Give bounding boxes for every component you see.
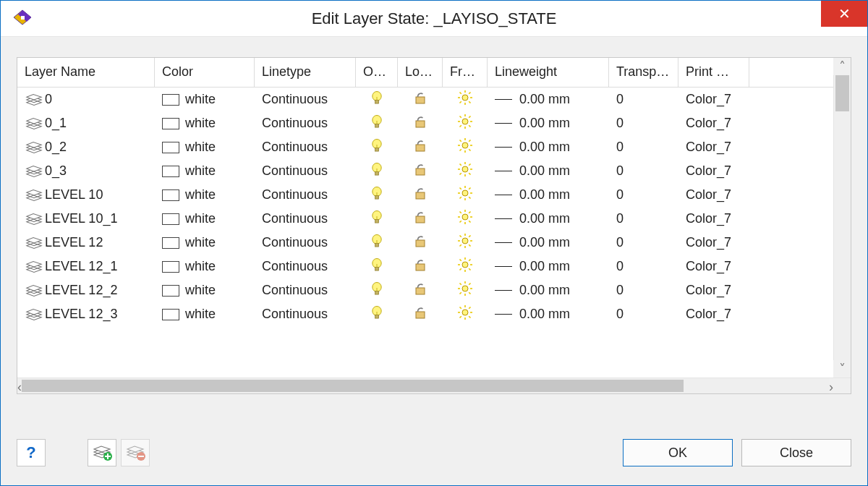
col-print[interactable]: Print … bbox=[678, 58, 749, 87]
table-row[interactable]: LEVEL 12whiteContinuous0.00 mm0Color_7 bbox=[17, 231, 833, 255]
bulb-icon[interactable] bbox=[369, 257, 385, 276]
table-row[interactable]: LEVEL 12_2whiteContinuous0.00 mm0Color_7 bbox=[17, 278, 833, 302]
lock-icon[interactable] bbox=[412, 281, 428, 300]
table-row[interactable]: 0_3whiteContinuous0.00 mm0Color_7 bbox=[17, 159, 833, 183]
color-value: white bbox=[185, 140, 216, 155]
sun-icon[interactable] bbox=[457, 257, 473, 276]
close-icon[interactable] bbox=[821, 1, 867, 27]
col-color[interactable]: Color bbox=[155, 58, 255, 87]
lock-icon[interactable] bbox=[412, 137, 428, 157]
lineweight-icon bbox=[495, 266, 512, 267]
bulb-icon[interactable] bbox=[369, 90, 385, 109]
print-value: Color_7 bbox=[678, 255, 749, 278]
add-layer-button[interactable] bbox=[88, 439, 116, 466]
help-button[interactable]: ? bbox=[17, 439, 46, 466]
bulb-icon[interactable] bbox=[369, 209, 385, 229]
sun-icon[interactable] bbox=[457, 281, 473, 300]
bulb-icon[interactable] bbox=[369, 185, 385, 205]
bulb-icon[interactable] bbox=[369, 233, 385, 252]
table-row[interactable]: LEVEL 10_1whiteContinuous0.00 mm0Color_7 bbox=[17, 207, 833, 231]
lineweight-value: 0.00 mm bbox=[519, 187, 570, 202]
color-swatch bbox=[162, 237, 179, 249]
col-layer-name[interactable]: Layer Name bbox=[17, 58, 155, 87]
print-value: Color_7 bbox=[678, 135, 749, 159]
print-value: Color_7 bbox=[678, 111, 749, 135]
sun-icon[interactable] bbox=[457, 114, 473, 133]
scroll-up-icon[interactable]: ˄ bbox=[833, 58, 851, 75]
ok-button[interactable]: OK bbox=[623, 439, 733, 466]
table-row[interactable]: 0_1whiteContinuous0.00 mm0Color_7 bbox=[17, 111, 833, 135]
table-row[interactable]: 0_2whiteContinuous0.00 mm0Color_7 bbox=[17, 135, 833, 159]
sun-icon[interactable] bbox=[457, 209, 473, 229]
lock-icon[interactable] bbox=[412, 114, 428, 133]
lock-icon[interactable] bbox=[412, 185, 428, 205]
table-row[interactable]: 0whiteContinuous0.00 mm0Color_7 bbox=[17, 88, 833, 111]
scroll-thumb-horizontal[interactable] bbox=[22, 380, 684, 392]
col-on[interactable]: O… bbox=[356, 58, 398, 87]
print-value: Color_7 bbox=[678, 159, 749, 183]
scroll-track-vertical[interactable] bbox=[833, 75, 851, 360]
bulb-icon[interactable] bbox=[369, 304, 385, 324]
table-row[interactable]: LEVEL 12_1whiteContinuous0.00 mm0Color_7 bbox=[17, 255, 833, 278]
lock-icon[interactable] bbox=[412, 304, 428, 324]
layer-icon bbox=[25, 93, 42, 107]
sun-icon[interactable] bbox=[457, 304, 473, 324]
table-row[interactable]: LEVEL 10whiteContinuous0.00 mm0Color_7 bbox=[17, 183, 833, 207]
sun-icon[interactable] bbox=[457, 233, 473, 252]
sun-icon[interactable] bbox=[457, 137, 473, 157]
col-lineweight[interactable]: Lineweight bbox=[488, 58, 609, 87]
lock-icon[interactable] bbox=[412, 233, 428, 252]
transparency-value: 0 bbox=[609, 135, 678, 159]
lock-icon[interactable] bbox=[412, 90, 428, 109]
bulb-icon[interactable] bbox=[369, 281, 385, 300]
horizontal-scrollbar[interactable]: ‹ › bbox=[17, 378, 851, 393]
dialog-body: Layer Name Color Linetype O… Lo… Fr… Lin… bbox=[1, 37, 867, 485]
scroll-thumb-vertical[interactable] bbox=[835, 75, 849, 111]
sun-icon[interactable] bbox=[457, 90, 473, 109]
lineweight-icon bbox=[495, 218, 512, 219]
transparency-value: 0 bbox=[609, 159, 678, 183]
col-freeze[interactable]: Fr… bbox=[443, 58, 488, 87]
col-transparency[interactable]: Transp… bbox=[609, 58, 678, 87]
bulb-icon[interactable] bbox=[369, 137, 385, 157]
layer-icon bbox=[25, 260, 42, 274]
scroll-track-horizontal[interactable] bbox=[22, 378, 829, 393]
lock-icon[interactable] bbox=[412, 257, 428, 276]
layer-name: LEVEL 12_3 bbox=[45, 307, 117, 322]
sun-icon[interactable] bbox=[457, 185, 473, 205]
lock-icon[interactable] bbox=[412, 209, 428, 229]
lock-icon[interactable] bbox=[412, 161, 428, 181]
lineweight-value: 0.00 mm bbox=[519, 307, 570, 322]
print-value: Color_7 bbox=[678, 88, 749, 111]
lineweight-icon bbox=[495, 242, 512, 243]
close-button[interactable]: Close bbox=[741, 439, 851, 466]
linetype-value: Continuous bbox=[255, 255, 356, 278]
col-lock[interactable]: Lo… bbox=[398, 58, 443, 87]
scroll-down-icon[interactable]: ˅ bbox=[833, 360, 851, 378]
col-linetype[interactable]: Linetype bbox=[255, 58, 356, 87]
bulb-icon[interactable] bbox=[369, 114, 385, 133]
transparency-value: 0 bbox=[609, 111, 678, 135]
color-swatch bbox=[162, 261, 179, 273]
linetype-value: Continuous bbox=[255, 111, 356, 135]
color-value: white bbox=[185, 211, 216, 226]
remove-layer-button[interactable] bbox=[121, 439, 150, 466]
transparency-value: 0 bbox=[609, 183, 678, 207]
titlebar[interactable]: Edit Layer State: _LAYISO_STATE bbox=[1, 1, 867, 37]
color-value: white bbox=[185, 116, 216, 131]
sun-icon[interactable] bbox=[457, 161, 473, 181]
color-value: white bbox=[185, 187, 216, 202]
linetype-value: Continuous bbox=[255, 159, 356, 183]
layer-name: LEVEL 10_1 bbox=[45, 211, 117, 226]
bulb-icon[interactable] bbox=[369, 161, 385, 181]
layer-name: LEVEL 12_1 bbox=[45, 259, 117, 274]
layer-icon bbox=[25, 307, 42, 322]
table-row[interactable]: LEVEL 12_3whiteContinuous0.00 mm0Color_7 bbox=[17, 302, 833, 326]
transparency-value: 0 bbox=[609, 302, 678, 326]
color-value: white bbox=[185, 163, 216, 179]
lineweight-icon bbox=[495, 195, 512, 195]
vertical-scrollbar[interactable]: ˄ ˅ bbox=[833, 58, 851, 378]
color-swatch bbox=[162, 94, 179, 106]
layer-icon bbox=[25, 164, 42, 179]
print-value: Color_7 bbox=[678, 278, 749, 302]
